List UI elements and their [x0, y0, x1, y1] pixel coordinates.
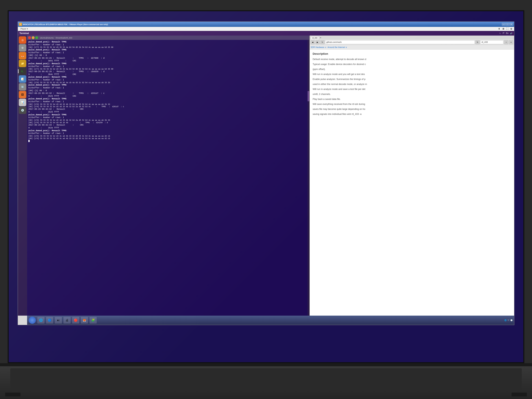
- system-monitor-icon: 📊: [21, 101, 24, 104]
- term-line: [00] {176} 55 55 55 52 b4 d3 4d 33 4b 32…: [28, 119, 306, 121]
- terminal-close-button[interactable]: [28, 36, 31, 39]
- screen: V IMSICATCH LTECellScan BTLENRF24 MBUS F…: [8, 10, 524, 363]
- terminal-scrollbar[interactable]: [308, 40, 309, 316]
- taskbar-ie[interactable]: 🌐: [37, 317, 44, 323]
- term-line: bitbuffer:: Number of rows: 1: [28, 65, 306, 68]
- taskbar-chrome[interactable]: 🔴: [72, 317, 79, 323]
- term-line: pulse_demod_pcm(): Renault TPMS: [28, 98, 306, 100]
- term-line: pulse_demod_pcm(): Renault TPMS: [28, 76, 306, 79]
- launcher-settings[interactable]: ⚙: [19, 44, 26, 51]
- term-line: [00] {176} 55 55 55 52 b4 d3 4d 33 4b 32…: [28, 103, 306, 106]
- launcher-system[interactable]: 📊: [19, 99, 26, 106]
- term-line: [00] {177} 55 55 55 52 b2 d3 35 53 4a b3…: [28, 46, 306, 49]
- description-heading: Description: [313, 52, 511, 56]
- term-line: [00] {176} 55 55 55 52 b2 d3 4c ad 4b 33…: [28, 137, 306, 140]
- start-button[interactable]: [29, 317, 36, 324]
- term-line: pulse_demod_pcm(): Renault TPMS: [28, 49, 306, 51]
- term-line: bitbuffer:: Number of rows: 1: [28, 87, 306, 89]
- terminal-maximize-button[interactable]: [35, 36, 38, 39]
- volume-icon: 🔊: [510, 32, 513, 35]
- terminal-minimize-button[interactable]: [32, 36, 35, 39]
- pause-icon[interactable]: ⏸: [498, 27, 500, 30]
- term-line: bitbuffer:: Number of rows: 1: [28, 51, 306, 54]
- launcher-image[interactable]: 🖼: [19, 91, 26, 98]
- laptop-hinge: [0, 363, 532, 366]
- taskbar-puzzle[interactable]: 🧩: [89, 317, 97, 323]
- vmware-titlebar: V IMSICATCH LTECellScan BTLENRF24 MBUS F…: [18, 22, 514, 27]
- desc-line-7: Will run in analyze mode and save a test…: [313, 88, 511, 91]
- desc-line-11: saves file may become quite large depend…: [313, 108, 511, 111]
- term-line: 9 : 3525 ffff: [28, 111, 306, 114]
- desc-line-9: Play back a saved data file.: [313, 97, 511, 101]
- term-line: 9 : 352e ffff: [28, 127, 306, 129]
- reload-button[interactable]: ↻: [320, 40, 324, 44]
- term-line: 2017-09-26 09:42:34 : Renault : CRC: [28, 124, 306, 127]
- search-bar[interactable]: rtl_433: [480, 40, 503, 44]
- term-line: [00] {177} 55 55 55 52 b2 d3 35 53 4a b3…: [28, 68, 306, 70]
- address-bar[interactable]: github.com/merb: [325, 40, 475, 44]
- language-label: IT: [503, 32, 504, 35]
- back-button[interactable]: ◀: [311, 40, 315, 44]
- term-line: 2017-09-26 09:42:26 : Renault : TPMS : d…: [28, 57, 306, 60]
- player-menu-label: Player: [20, 28, 26, 30]
- launcher-terminal[interactable]: $_: [19, 68, 26, 75]
- launcher-ubuntu[interactable]: ◎: [19, 36, 26, 44]
- launcher-files[interactable]: 📁: [19, 60, 26, 67]
- launcher-firefox[interactable]: 🦊: [19, 52, 26, 59]
- network-icon: ↑↓: [499, 32, 501, 35]
- desc-line-12: saving signals into individual files win…: [313, 112, 511, 116]
- launcher-text[interactable]: 📝: [19, 75, 26, 83]
- desc-line-8: uint8, 2 channels.: [313, 92, 511, 96]
- new-tab-button[interactable]: +: [319, 36, 322, 39]
- launcher-dvd[interactable]: 💿: [19, 107, 26, 114]
- bookmark-around-internet[interactable]: Around the Internet ∨: [328, 46, 347, 49]
- browser-tab[interactable]: rtl_433: [311, 36, 319, 39]
- term-line: pulse_demod_pcm(): Renault TPMS: [28, 62, 306, 65]
- forward-button[interactable]: ▶: [316, 40, 320, 44]
- windows-taskbar: 🌐 🔵 ⏯ 🖨 🔴 🦊 🧩 🌐 🛡 🕐: [27, 316, 514, 325]
- taskbar-hp[interactable]: 🖨: [63, 317, 71, 323]
- term-line: [00] {176} 55 55 55 52 b2 d3 34 b5 4a cb…: [28, 82, 306, 84]
- minimize-button[interactable]: —: [502, 23, 505, 26]
- scroll-thumb[interactable]: [308, 91, 309, 101]
- terminal-title: ubuntu@ubuntu: ~/Downloads/rtl_433: [40, 37, 72, 39]
- browser-content-area: Description Default receive mode, attemp…: [310, 50, 514, 316]
- terminal-content[interactable]: pulse_demod_pcm(): Renault TPMS bitbuffe…: [27, 40, 308, 316]
- browser-bookmarks-bar: SDR Hardware ∨ Around the Internet ∨: [310, 45, 514, 50]
- ubuntu-app-area: ◎ ⚙ 🦊 📁 $_: [18, 36, 514, 316]
- term-line: [00] {1} 00 : 0: [28, 89, 306, 92]
- settings-icon[interactable]: ⚙: [510, 27, 512, 30]
- taskbar-item-3[interactable]: ⏯: [55, 317, 62, 323]
- desc-line-4: Will run in analyze mode and you will ge…: [313, 72, 511, 76]
- taskbar-mozilla[interactable]: 🦊: [81, 317, 88, 323]
- bookmark-sdr-hardware[interactable]: SDR Hardware ∨: [311, 46, 327, 49]
- term-line: [00] {176} 55 55 55 52 b4 d3 4d 33 4b 32…: [28, 106, 306, 108]
- menu-icon[interactable]: ≡: [509, 40, 513, 44]
- speaker-left: [5, 393, 20, 396]
- vm-content: Terminal ↑↓ IT En 🔊 ◎: [18, 31, 514, 325]
- tray-clock: 🕐: [510, 319, 513, 321]
- text-editor-icon: 📝: [21, 77, 24, 81]
- term-line: [00] {1} 00 : 0: [28, 54, 306, 57]
- star-icon[interactable]: ☆: [504, 40, 508, 44]
- laptop-body: V IMSICATCH LTECellScan BTLENRF24 MBUS F…: [0, 0, 532, 399]
- dvd-icon: 💿: [21, 109, 24, 112]
- fullscreen-icon[interactable]: ⛶: [506, 27, 508, 30]
- term-line: 2017-09-26 09:42:26 : Renault : TPMS : c…: [28, 70, 306, 73]
- taskbar-item-2[interactable]: 🔵: [46, 317, 53, 323]
- ubuntu-launcher: ◎ ⚙ 🦊 📁 $_: [18, 36, 27, 316]
- term-line: 2017-09-26 09:42:32 : Renault : CRC: [28, 108, 306, 111]
- launcher-calc[interactable]: 🔢: [19, 83, 26, 90]
- close-button[interactable]: ✕: [509, 23, 513, 26]
- vmware-window: V IMSICATCH LTECellScan BTLENRF24 MBUS F…: [18, 21, 514, 325]
- screen-icon[interactable]: 🖥: [502, 27, 504, 30]
- term-line: pulse_demod_pcm(): Renault TPMS: [28, 129, 306, 132]
- desc-line-2: Typical usage: Enable device decoders fo…: [313, 63, 511, 66]
- refresh-icon[interactable]: ↻: [475, 40, 480, 44]
- settings-launcher-icon: ⚙: [21, 46, 24, 49]
- desc-line-10: Will save everything received from the r…: [313, 102, 511, 106]
- ubuntu-tray: ↑↓ IT En 🔊: [499, 32, 513, 35]
- maximize-button[interactable]: □: [506, 23, 509, 26]
- term-line: pulse_demod_pcm(): Renault TPMS: [28, 84, 306, 87]
- player-menu[interactable]: Player ▾: [19, 27, 29, 31]
